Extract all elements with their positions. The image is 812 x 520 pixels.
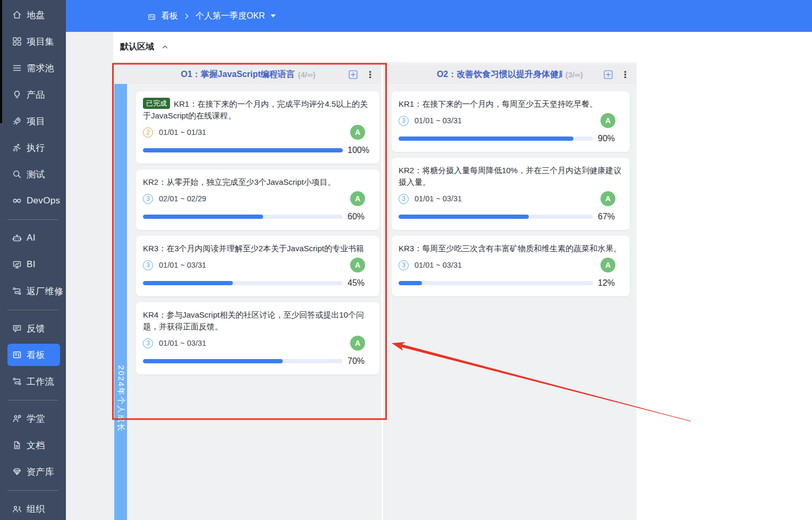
- sidebar-divider: [7, 400, 58, 400]
- avatar[interactable]: A: [350, 191, 365, 206]
- progress-bar: [399, 215, 593, 219]
- sidebar-item-demand-pool[interactable]: 需求池: [7, 55, 60, 81]
- sidebar-item-home[interactable]: 地盘: [7, 2, 60, 28]
- column-menu-button[interactable]: ⋮: [621, 70, 630, 79]
- priority-icon: 3: [143, 338, 153, 348]
- progress-bar: [143, 148, 343, 152]
- card-title-text: KR2：从零开始，独立完成至少3个JavaScript小项目。: [143, 177, 336, 186]
- column-title[interactable]: O2：改善饮食习惯以提升身体健康: [437, 69, 562, 80]
- column-menu-button[interactable]: ⋮: [366, 70, 375, 79]
- card-title-text: KR1：在接下来的一个月内，完成平均评分4.5以上的关于JavaScript的在…: [143, 99, 368, 120]
- card-title-text: KR1：在接下来的一个月内，每周至少五天坚持吃早餐。: [399, 99, 597, 108]
- sidebar-item-school[interactable]: 学堂: [7, 405, 60, 432]
- sidebar-item-product[interactable]: 产品: [7, 81, 60, 108]
- swimlane-strip[interactable]: 2024年个人成长: [114, 84, 127, 520]
- card-list: KR1：在接下来的一个月内，每周至少五天坚持吃早餐。 3 01/01 ~ 03/…: [383, 84, 637, 296]
- status-badge: 已完成: [143, 98, 170, 109]
- sidebar-item-label: AI: [27, 233, 36, 243]
- breadcrumb-root[interactable]: 看板: [161, 11, 178, 22]
- kr-card[interactable]: KR1：在接下来的一个月内，每周至少五天坚持吃早餐。 3 01/01 ~ 03/…: [392, 91, 630, 152]
- project-icon: [12, 116, 22, 126]
- swimlane-label: 2024年个人成长: [116, 365, 126, 432]
- sidebar-item-label: BI: [27, 259, 36, 270]
- avatar[interactable]: A: [350, 258, 365, 272]
- card-title: KR3：每周至少吃三次含有丰富矿物质和维生素的蔬菜和水果。: [399, 243, 623, 254]
- progress-bar: [143, 215, 343, 219]
- progress-row: 45%: [143, 278, 373, 288]
- kr-card[interactable]: KR4：参与JavaScript相关的社区讨论，至少回答或提出10个问题，并获得…: [136, 302, 379, 374]
- sidebar-item-workflow[interactable]: 工作流: [7, 368, 60, 395]
- chevron-up-icon[interactable]: [161, 43, 169, 51]
- demand-pool-icon: [12, 63, 22, 73]
- sidebar-item-document[interactable]: 文档: [7, 432, 60, 458]
- sidebar-item-label: 反馈: [27, 322, 45, 335]
- progress-percent: 100%: [343, 146, 373, 155]
- sidebar-divider: [7, 219, 58, 220]
- sidebar-item-project-set[interactable]: 项目集: [7, 28, 60, 55]
- sidebar-item-label: 需求池: [27, 62, 54, 74]
- column-count: (3/∞): [565, 70, 583, 79]
- sidebar-item-label: 资产库: [27, 466, 54, 478]
- avatar[interactable]: A: [350, 336, 365, 351]
- column-title[interactable]: O1：掌握JavaScript编程语言: [181, 69, 294, 80]
- breadcrumb-current[interactable]: 个人第一季度OKR: [196, 11, 265, 22]
- home-icon: [12, 10, 22, 20]
- sidebar-item-label: 产品: [27, 89, 45, 101]
- avatar[interactable]: A: [600, 113, 615, 128]
- chevron-down-icon[interactable]: [270, 14, 276, 18]
- card-title-text: KR3：每周至少吃三次含有丰富矿物质和维生素的蔬菜和水果。: [399, 244, 621, 253]
- progress-bar: [399, 137, 593, 141]
- kr-card[interactable]: KR2：将糖分摄入量每周降低10%，并在三个月内达到健康建议摄入量。 3 01/…: [392, 158, 630, 230]
- progress-row: 70%: [143, 356, 373, 366]
- kanban-icon: [147, 12, 156, 21]
- card-title: KR4：参与JavaScript相关的社区讨论，至少回答或提出10个问题，并获得…: [143, 309, 373, 333]
- avatar[interactable]: A: [350, 125, 365, 140]
- add-card-button[interactable]: [604, 70, 613, 79]
- sidebar-item-execution[interactable]: 执行: [7, 134, 60, 161]
- add-card-button[interactable]: [349, 70, 358, 79]
- sidebar-item-label: 执行: [27, 142, 45, 154]
- org-icon: [12, 504, 22, 514]
- kr-card[interactable]: KR3：每周至少吃三次含有丰富矿物质和维生素的蔬菜和水果。 3 01/01 ~ …: [392, 236, 630, 296]
- card-title: KR2：将糖分摄入量每周降低10%，并在三个月内达到健康建议摄入量。: [399, 165, 623, 188]
- card-title: 已完成KR1：在接下来的一个月内，完成平均评分4.5以上的关于JavaScrip…: [143, 98, 373, 122]
- sidebar-item-project[interactable]: 项目: [7, 108, 60, 134]
- sidebar-item-org[interactable]: 组织: [7, 496, 60, 520]
- test-icon: [12, 169, 22, 180]
- priority-icon: 2: [143, 127, 153, 138]
- progress-row: 60%: [143, 211, 373, 222]
- sidebar-item-ai[interactable]: AI: [7, 225, 60, 251]
- column-header: O2：改善饮食习惯以提升身体健康 (3/∞) ⋮: [383, 65, 637, 84]
- kr-card[interactable]: KR3：在3个月内阅读并理解至少2本关于JavaScript的专业书籍 3 01…: [136, 236, 379, 296]
- sidebar-item-label: 返厂维修: [27, 285, 63, 297]
- feedback-icon: [12, 323, 22, 334]
- sidebar-item-test[interactable]: 测试: [7, 161, 60, 187]
- progress-fill: [399, 137, 573, 141]
- sidebar-item-label: 项目: [27, 115, 45, 127]
- progress-row: 67%: [399, 211, 623, 222]
- card-list: 已完成KR1：在接下来的一个月内，完成平均评分4.5以上的关于JavaScrip…: [113, 84, 382, 374]
- sidebar-item-label: DevOps: [27, 195, 60, 206]
- progress-percent: 45%: [343, 278, 373, 288]
- kr-card[interactable]: 已完成KR1：在接下来的一个月内，完成平均评分4.5以上的关于JavaScrip…: [136, 91, 379, 164]
- sidebar-item-feedback[interactable]: 反馈: [7, 315, 60, 342]
- sidebar-item-devops[interactable]: DevOps: [7, 187, 60, 214]
- card-title-text: KR3：在3个月内阅读并理解至少2本关于JavaScript的专业书籍: [143, 244, 364, 253]
- devops-icon: [12, 195, 22, 206]
- progress-percent: 12%: [593, 278, 623, 288]
- avatar[interactable]: A: [600, 258, 615, 272]
- avatar[interactable]: A: [600, 191, 615, 206]
- main-area: 默认区域 O1：掌握JavaScript编程语言 (4/∞) ⋮ 已完成KR1：…: [66, 32, 812, 520]
- sidebar-item-asset[interactable]: 资产库: [7, 458, 60, 485]
- sidebar-item-bi[interactable]: BI: [7, 251, 60, 278]
- sidebar-item-repair[interactable]: 返厂维修: [7, 278, 60, 304]
- sidebar-item-label: 项目集: [27, 36, 54, 48]
- progress-bar: [143, 359, 343, 363]
- repair-icon: [12, 286, 22, 296]
- kr-card[interactable]: KR2：从零开始，独立完成至少3个JavaScript小项目。 3 02/01 …: [136, 169, 379, 230]
- section-title: 默认区域: [120, 41, 154, 53]
- progress-fill: [143, 215, 263, 219]
- sidebar-item-kanban[interactable]: 看板: [7, 344, 60, 366]
- priority-icon: 3: [143, 194, 153, 204]
- date-range: 01/01 ~ 03/31: [159, 339, 206, 347]
